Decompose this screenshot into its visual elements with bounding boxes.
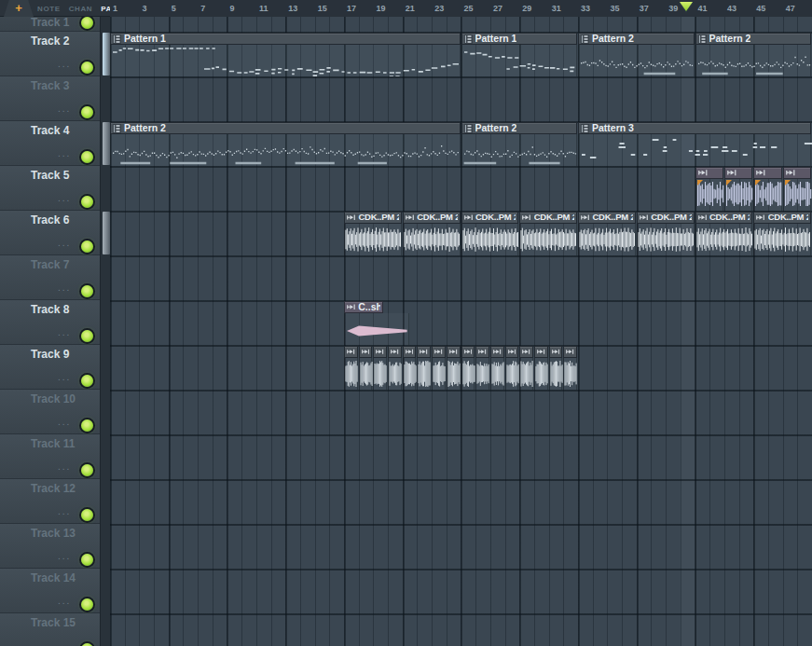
playlist-grid[interactable]: Pattern 1Pattern 1Pattern 2Pattern 2Patt… bbox=[110, 17, 812, 646]
track-mute-led[interactable] bbox=[81, 375, 93, 387]
audio-clip[interactable] bbox=[388, 346, 402, 390]
track-row-7[interactable]: Track 7... bbox=[0, 255, 100, 300]
clip-body[interactable] bbox=[110, 134, 461, 166]
audio-clip[interactable] bbox=[490, 346, 504, 390]
track-mute-led[interactable] bbox=[81, 241, 93, 253]
clip-header[interactable] bbox=[461, 346, 475, 358]
track-options-dots-icon[interactable]: ... bbox=[58, 105, 71, 113]
clip-body[interactable] bbox=[388, 358, 402, 390]
clip-body[interactable] bbox=[432, 358, 446, 390]
audio-clip[interactable] bbox=[563, 346, 577, 390]
clip-header[interactable]: CDK..PM 2 bbox=[695, 212, 753, 224]
clip-body[interactable] bbox=[344, 224, 402, 255]
audio-clip-cdk-pm-2[interactable]: CDK..PM 2 bbox=[695, 212, 753, 255]
track-row-11[interactable]: Track 11... bbox=[0, 434, 100, 479]
track-mute-led[interactable] bbox=[81, 419, 93, 432]
clip-header[interactable]: C..sh bbox=[344, 301, 383, 313]
audio-clip[interactable] bbox=[695, 167, 723, 211]
clip-header[interactable]: Pattern 1 bbox=[110, 33, 461, 45]
clip-header[interactable]: Pattern 2 bbox=[695, 33, 812, 45]
audio-clip[interactable] bbox=[403, 346, 417, 390]
track-options-dots-icon[interactable]: ... bbox=[58, 419, 71, 426]
track-options-dots-icon[interactable]: ... bbox=[58, 508, 71, 515]
pattern-clip-pattern-2[interactable]: Pattern 2 bbox=[695, 33, 812, 76]
clip-header[interactable] bbox=[359, 346, 373, 358]
track-row-15[interactable]: Track 15... bbox=[0, 613, 100, 646]
clip-body[interactable] bbox=[403, 358, 417, 390]
clip-body[interactable] bbox=[505, 358, 519, 390]
clip-header[interactable] bbox=[563, 346, 577, 358]
audio-clip[interactable] bbox=[432, 346, 446, 390]
audio-clip[interactable] bbox=[783, 167, 811, 211]
clip-header[interactable]: CDK..PM 2 bbox=[461, 212, 519, 224]
audio-clip[interactable] bbox=[549, 346, 563, 390]
clip-body[interactable] bbox=[417, 358, 431, 390]
track-mute-led[interactable] bbox=[81, 62, 93, 74]
track-row-2[interactable]: Track 2... bbox=[0, 32, 100, 76]
audio-clip[interactable] bbox=[519, 346, 533, 390]
clip-header[interactable]: CDK..PM 2 bbox=[344, 212, 402, 224]
track-options-dots-icon[interactable]: ... bbox=[58, 61, 71, 68]
audio-clip[interactable] bbox=[534, 346, 548, 390]
audio-clip-c-sh[interactable]: C..sh bbox=[344, 301, 409, 345]
clip-header[interactable]: Pattern 1 bbox=[461, 33, 578, 45]
track-row-12[interactable]: Track 12... bbox=[0, 479, 100, 524]
pattern-clip-pattern-2[interactable]: Pattern 2 bbox=[578, 33, 695, 76]
track-row-4[interactable]: Track 4... bbox=[0, 121, 100, 166]
track-mute-led[interactable] bbox=[81, 330, 93, 342]
track-mute-led[interactable] bbox=[81, 554, 93, 566]
add-button[interactable]: + bbox=[4, 0, 34, 17]
clip-body[interactable] bbox=[534, 358, 548, 390]
clip-header[interactable]: Pattern 2 bbox=[578, 33, 695, 45]
track-row-3[interactable]: Track 3... bbox=[0, 76, 100, 121]
clip-header[interactable]: CDK..PM 2 bbox=[519, 212, 577, 224]
clip-body[interactable] bbox=[110, 45, 461, 76]
clip-body[interactable] bbox=[490, 358, 504, 390]
clip-body[interactable] bbox=[447, 358, 461, 390]
track-options-dots-icon[interactable]: ... bbox=[58, 598, 71, 605]
track-row-10[interactable]: Track 10... bbox=[0, 390, 100, 434]
clip-body[interactable] bbox=[578, 224, 636, 255]
clip-header[interactable] bbox=[344, 346, 358, 358]
pattern-clip-pattern-2[interactable]: Pattern 2 bbox=[110, 122, 461, 166]
clip-body[interactable] bbox=[549, 358, 563, 390]
track-options-dots-icon[interactable]: ... bbox=[58, 329, 71, 337]
clip-body[interactable] bbox=[563, 358, 577, 390]
clip-body[interactable] bbox=[461, 358, 475, 390]
track-options-dots-icon[interactable]: ... bbox=[58, 150, 71, 158]
clip-body[interactable] bbox=[359, 358, 373, 390]
audio-clip[interactable] bbox=[373, 346, 387, 390]
clip-header[interactable]: CDK..PM 2 bbox=[403, 212, 461, 224]
pattern-clip-pattern-2[interactable]: Pattern 2 bbox=[461, 122, 578, 166]
clip-header[interactable] bbox=[519, 346, 533, 358]
clip-body[interactable] bbox=[519, 224, 577, 255]
track-mute-led[interactable] bbox=[81, 17, 93, 29]
audio-clip[interactable] bbox=[359, 346, 373, 390]
clip-body[interactable] bbox=[461, 224, 519, 255]
clip-header[interactable] bbox=[724, 167, 752, 179]
track-row-5[interactable]: Track 5... bbox=[0, 166, 100, 211]
clip-body[interactable] bbox=[695, 224, 753, 255]
clip-body[interactable] bbox=[461, 45, 578, 76]
audio-clip-cdk-pm-2[interactable]: CDK..PM 2 bbox=[637, 212, 695, 255]
clip-body[interactable] bbox=[344, 358, 358, 390]
playhead-marker-icon[interactable] bbox=[679, 2, 694, 14]
clip-header[interactable] bbox=[783, 167, 811, 179]
clip-header[interactable] bbox=[753, 167, 781, 179]
audio-clip[interactable] bbox=[724, 167, 752, 211]
track-mute-led[interactable] bbox=[81, 464, 93, 476]
audio-clip-cdk-pm-2[interactable]: CDK..PM 2 bbox=[344, 212, 402, 255]
audio-clip[interactable] bbox=[344, 346, 358, 390]
clip-body[interactable] bbox=[461, 134, 578, 166]
audio-clip-cdk-pm-2[interactable]: CDK..PM 2 bbox=[578, 212, 636, 255]
clip-body[interactable] bbox=[578, 45, 695, 76]
audio-clip[interactable] bbox=[417, 346, 431, 390]
clip-header[interactable]: Pattern 2 bbox=[110, 122, 461, 134]
clip-header[interactable] bbox=[490, 346, 504, 358]
track-mute-led[interactable] bbox=[81, 196, 93, 208]
clip-body[interactable] bbox=[783, 179, 811, 211]
audio-clip[interactable] bbox=[753, 167, 781, 211]
audio-clip-cdk-pm-2[interactable]: CDK..PM 2 bbox=[461, 212, 519, 255]
audio-clip[interactable] bbox=[461, 346, 475, 390]
audio-clip-cdk-pm-2[interactable]: CDK..PM 2 bbox=[519, 212, 577, 255]
